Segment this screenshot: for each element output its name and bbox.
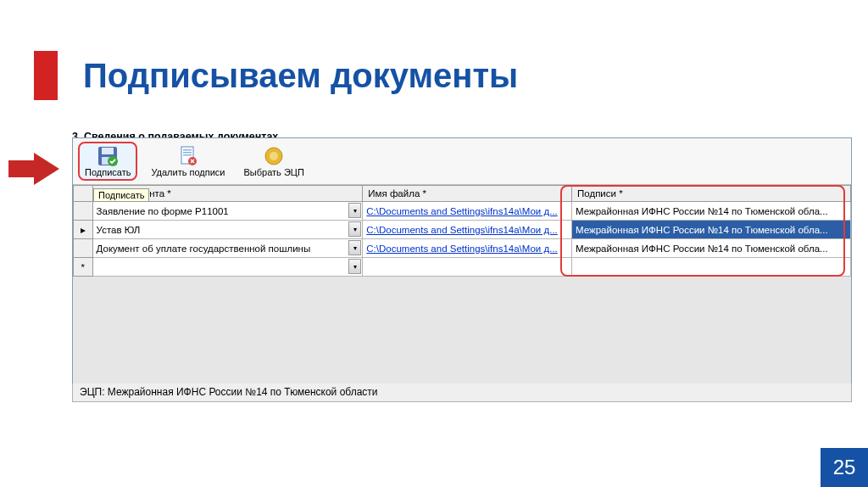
save-shield-icon (97, 145, 119, 167)
sig-cell[interactable]: Межрайонная ИФНС России №14 по Тюменской… (572, 221, 851, 239)
row-marker (74, 239, 93, 258)
doc-name-cell[interactable]: ▾ (92, 258, 363, 277)
file-cell[interactable]: C:\Documents and Settings\ifns14a\Мои д.… (363, 239, 572, 258)
page-title: Подписываем документы (83, 57, 518, 95)
select-ecp-button[interactable]: Выбрать ЭЦП (239, 143, 309, 179)
sig-cell[interactable]: Межрайонная ИФНС России №14 по Тюменской… (572, 202, 851, 221)
status-bar: ЭЦП: Межрайонная ИФНС России №14 по Тюме… (72, 383, 852, 402)
svg-rect-7 (183, 154, 192, 156)
callout-arrow (8, 153, 59, 185)
document-delete-icon (177, 145, 199, 167)
row-selector-header (74, 186, 93, 202)
doc-name-cell[interactable]: Документ об уплате государственной пошли… (92, 239, 363, 258)
file-cell[interactable]: C:\Documents and Settings\ifns14a\Мои д.… (363, 221, 572, 239)
accent-block (34, 51, 58, 100)
doc-name-cell[interactable]: Устав ЮЛ▾ (92, 221, 363, 239)
sig-cell[interactable]: Межрайонная ИФНС России №14 по Тюменской… (572, 239, 851, 258)
sign-tooltip: Подписать (93, 188, 149, 202)
chevron-down-icon[interactable]: ▾ (348, 240, 361, 255)
file-cell[interactable]: C:\Documents and Settings\ifns14a\Мои д.… (363, 202, 572, 221)
table-row[interactable]: Заявление по форме Р11001▾ C:\Documents … (74, 202, 851, 221)
documents-table: ние документа * Имя файла * Подписи * За… (73, 185, 851, 277)
svg-point-10 (270, 152, 278, 160)
chevron-down-icon[interactable]: ▾ (348, 259, 361, 274)
table-row[interactable]: Документ об уплате государственной пошли… (74, 239, 851, 258)
documents-panel: Подписать Удалить подписи (72, 137, 852, 388)
svg-rect-5 (183, 149, 192, 151)
svg-rect-6 (183, 152, 192, 154)
remove-sign-button[interactable]: Удалить подписи (146, 143, 230, 179)
file-cell[interactable] (363, 258, 572, 277)
page-number: 25 (821, 448, 868, 487)
svg-rect-1 (102, 148, 114, 154)
sign-button-label: Подписать (85, 167, 131, 177)
sign-button[interactable]: Подписать (78, 142, 137, 181)
row-marker: ▸ (74, 221, 93, 239)
col-header-sig[interactable]: Подписи * (572, 186, 851, 202)
select-ecp-button-label: Выбрать ЭЦП (244, 167, 304, 177)
remove-sign-button-label: Удалить подписи (151, 167, 225, 177)
chevron-down-icon[interactable]: ▾ (348, 221, 361, 237)
col-header-file[interactable]: Имя файла * (363, 186, 572, 202)
sig-cell[interactable] (572, 258, 851, 277)
toolbar: Подписать Удалить подписи (73, 138, 851, 185)
row-marker (74, 202, 93, 221)
seal-icon (263, 145, 285, 167)
doc-name-cell[interactable]: Заявление по форме Р11001▾ (92, 202, 363, 221)
table-row[interactable]: ▸ Устав ЮЛ▾ C:\Documents and Settings\if… (74, 221, 851, 239)
row-marker: * (74, 258, 93, 277)
table-row-new[interactable]: * ▾ (74, 258, 851, 277)
chevron-down-icon[interactable]: ▾ (348, 203, 361, 218)
